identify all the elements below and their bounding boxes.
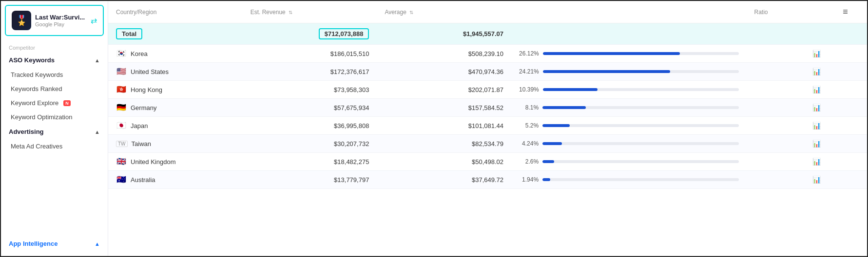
country-flag: 🇦🇺 xyxy=(116,176,127,184)
menu-icon[interactable]: ≡ xyxy=(841,7,850,17)
table-row: 🇩🇪Germany$57,675,934$157,584.528.1%📊 xyxy=(108,99,867,117)
col-header-average[interactable]: Average ⇅ xyxy=(377,1,511,23)
total-ratio-cell xyxy=(747,23,800,45)
col-header-bar xyxy=(511,1,746,23)
average-cell: $202,071.87 xyxy=(377,81,511,99)
main-content: Country/Region Est. Revenue ⇅ Average ⇅ … xyxy=(108,1,867,256)
total-row: Total $712,073,888 $1,945,557.07 xyxy=(108,23,867,45)
col-header-revenue[interactable]: Est. Revenue ⇅ xyxy=(243,1,377,23)
total-chart-cell xyxy=(800,23,833,45)
sidebar-item-app-intelligence[interactable]: App Intelligence ▲ xyxy=(1,236,108,251)
bar-chart-icon[interactable]: 📊 xyxy=(812,122,821,129)
table-row: 🇺🇸United States$172,376,617$470,974.3624… xyxy=(108,63,867,81)
revenue-cell: $36,995,808 xyxy=(243,117,377,135)
ratio-cell xyxy=(747,63,800,81)
country-name: Taiwan xyxy=(132,140,151,147)
average-cell: $470,974.36 xyxy=(377,63,511,81)
sidebar-bottom: App Intelligence ▲ xyxy=(1,236,108,251)
country-name: Japan xyxy=(131,122,148,129)
ratio-text: 26.12% xyxy=(519,50,539,57)
country-flag: 🇭🇰 xyxy=(116,86,127,93)
bar-chart-icon[interactable]: 📊 xyxy=(812,104,821,111)
bar-cell: 8.1% xyxy=(511,99,746,117)
chart-cell[interactable]: 📊 xyxy=(800,153,833,171)
ratio-cell xyxy=(747,171,800,189)
chart-cell[interactable]: 📊 xyxy=(800,81,833,99)
country-flag: 🇯🇵 xyxy=(116,122,127,129)
sidebar-item-keyword-optimization[interactable]: Keyword Optimization xyxy=(1,110,108,124)
chart-cell[interactable]: 📊 xyxy=(800,45,833,63)
sidebar-item-tracked-keywords[interactable]: Tracked Keywords xyxy=(1,68,108,82)
table-row: 🇭🇰Hong Kong$73,958,303$202,071.8710.39%📊 xyxy=(108,81,867,99)
revenue-cell: $30,207,732 xyxy=(243,135,377,153)
bar-chart-icon[interactable]: 📊 xyxy=(812,140,821,147)
total-menu-cell xyxy=(833,23,867,45)
competitor-label: Competitor xyxy=(1,40,108,53)
chart-cell[interactable]: 📊 xyxy=(800,171,833,189)
switch-icon[interactable]: ⇄ xyxy=(91,16,97,25)
country-flag-badge: TW xyxy=(116,141,128,147)
chart-cell[interactable]: 📊 xyxy=(800,99,833,117)
col-header-ratio: Ratio xyxy=(747,1,800,23)
revenue-cell: $13,779,797 xyxy=(243,171,377,189)
chart-cell[interactable]: 📊 xyxy=(800,135,833,153)
sidebar-item-keywords-ranked[interactable]: Keywords Ranked xyxy=(1,82,108,96)
row-menu-cell xyxy=(833,81,867,99)
sidebar-item-keyword-explore[interactable]: Keyword Explore N xyxy=(1,96,108,110)
country-cell: TWTaiwan xyxy=(108,135,243,153)
ratio-cell xyxy=(747,153,800,171)
revenue-sort-icon: ⇅ xyxy=(289,10,292,15)
average-cell: $37,649.72 xyxy=(377,171,511,189)
ratio-text: 5.2% xyxy=(519,122,539,129)
chart-cell[interactable]: 📊 xyxy=(800,117,833,135)
aso-keywords-header[interactable]: ASO Keywords ▲ xyxy=(1,53,108,68)
row-menu-cell xyxy=(833,135,867,153)
bar-chart-icon[interactable]: 📊 xyxy=(812,86,821,93)
revenue-cell: $57,675,934 xyxy=(243,99,377,117)
ratio-cell xyxy=(747,135,800,153)
average-cell: $508,239.10 xyxy=(377,45,511,63)
col-header-country: Country/Region xyxy=(108,1,243,23)
row-menu-cell xyxy=(833,99,867,117)
table-body: Total $712,073,888 $1,945,557.07 🇰🇷Korea… xyxy=(108,23,867,189)
country-cell: 🇺🇸United States xyxy=(108,63,243,81)
app-info: Last War:Survi... Google Play xyxy=(35,14,85,28)
country-name: Korea xyxy=(131,50,148,57)
ratio-text: 4.24% xyxy=(519,140,539,147)
ratio-text: 1.94% xyxy=(519,176,539,183)
country-cell: 🇩🇪Germany xyxy=(108,99,243,117)
bar-chart-icon[interactable]: 📊 xyxy=(812,50,821,57)
bar-cell: 4.24% xyxy=(511,135,746,153)
country-flag: 🇰🇷 xyxy=(116,50,127,57)
table-row: 🇰🇷Korea$186,015,510$508,239.1026.12%📊 xyxy=(108,45,867,63)
country-name: United States xyxy=(131,68,169,75)
row-menu-cell xyxy=(833,63,867,81)
advertising-header[interactable]: Advertising ▲ xyxy=(1,124,108,139)
ratio-text: 8.1% xyxy=(519,104,539,111)
country-cell: 🇦🇺Australia xyxy=(108,171,243,189)
country-cell: 🇯🇵Japan xyxy=(108,117,243,135)
total-label-cell: Total xyxy=(108,23,243,45)
app-icon: 🎖️ xyxy=(12,11,31,30)
table-row: TWTaiwan$30,207,732$82,534.794.24%📊 xyxy=(108,135,867,153)
revenue-cell: $186,015,510 xyxy=(243,45,377,63)
sidebar-item-meta-ad-creatives[interactable]: Meta Ad Creatives xyxy=(1,139,108,153)
ratio-text: 24.21% xyxy=(519,68,539,75)
ratio-cell xyxy=(747,117,800,135)
bar-chart-icon[interactable]: 📊 xyxy=(812,158,821,165)
bar-chart-icon[interactable]: 📊 xyxy=(812,176,821,184)
chart-cell[interactable]: 📊 xyxy=(800,63,833,81)
table-row: 🇯🇵Japan$36,995,808$101,081.445.2%📊 xyxy=(108,117,867,135)
total-bar-cell xyxy=(511,23,746,45)
country-name: Australia xyxy=(131,176,155,184)
bar-chart-icon[interactable]: 📊 xyxy=(812,68,821,75)
total-average-cell: $1,945,557.07 xyxy=(377,23,511,45)
country-cell: 🇬🇧United Kingdom xyxy=(108,153,243,171)
revenue-cell: $73,958,303 xyxy=(243,81,377,99)
col-header-menu[interactable]: ≡ xyxy=(833,1,867,23)
app-header[interactable]: 🎖️ Last War:Survi... Google Play ⇄ xyxy=(5,5,104,36)
col-header-chart xyxy=(800,1,833,23)
country-name: Hong Kong xyxy=(131,86,162,93)
aso-chevron: ▲ xyxy=(95,57,100,63)
ratio-cell xyxy=(747,45,800,63)
